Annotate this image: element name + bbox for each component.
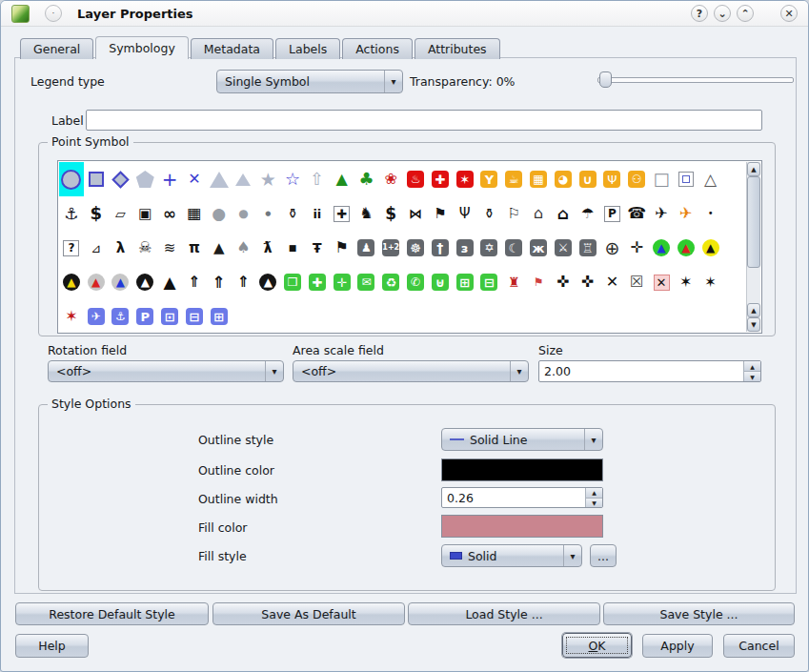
symbol-prayer[interactable]: ♟ bbox=[354, 231, 379, 265]
symbol-fire[interactable]: ♨ bbox=[403, 162, 428, 196]
symbol-equilateral-triangle[interactable] bbox=[232, 162, 256, 196]
symbol-north-arrow[interactable]: ▲ bbox=[157, 265, 182, 299]
symbol-parachute[interactable]: ☂ bbox=[576, 196, 600, 231]
symbol-arrow-black-circle-2[interactable]: ▲ bbox=[255, 265, 280, 299]
symbol-anchor[interactable]: ⚓ bbox=[59, 196, 84, 231]
symbol-pentagon[interactable] bbox=[132, 162, 157, 196]
symbol-skiing[interactable]: λ bbox=[109, 231, 133, 265]
symbol-basket[interactable]: ⊎ bbox=[428, 265, 453, 299]
symbol-compass[interactable]: ⊕ bbox=[600, 231, 625, 265]
spin-down-icon[interactable] bbox=[744, 371, 760, 381]
symbol-star-of-david[interactable]: ✡ bbox=[477, 231, 502, 265]
symbol-empty-square[interactable]: □ bbox=[649, 162, 674, 196]
area-scale-field-select[interactable]: <off> bbox=[293, 360, 529, 382]
symbol-flag-2[interactable]: ⚑ bbox=[330, 231, 354, 265]
symbol-deciduous-tree[interactable]: ♣ bbox=[354, 162, 379, 196]
symbol-islam-crescent[interactable]: ☾ bbox=[501, 231, 526, 265]
symbol-museum[interactable]: ♖ bbox=[576, 231, 600, 265]
titlebar[interactable]: · Layer Properties ? ⌄ ⌃ ✕ bbox=[1, 1, 808, 27]
symbol-golf-flag[interactable]: ⚑ bbox=[526, 265, 551, 299]
chevron-down-icon[interactable] bbox=[384, 71, 402, 92]
window-help-icon[interactable]: ? bbox=[691, 5, 708, 22]
symbol-x-box[interactable]: ☒ bbox=[624, 265, 649, 299]
transparency-slider[interactable] bbox=[597, 71, 794, 87]
symbol-point[interactable]: • bbox=[698, 196, 723, 231]
symbol-golf-course[interactable]: ⚐ bbox=[501, 196, 526, 231]
symbol-restaurant[interactable]: Ψ bbox=[600, 162, 625, 196]
symbol-jain[interactable]: ж bbox=[526, 231, 551, 265]
symbol-north-cross[interactable]: ✛ bbox=[624, 231, 649, 265]
cancel-button[interactable]: Cancel bbox=[723, 634, 795, 658]
slider-handle[interactable] bbox=[599, 71, 612, 88]
window-shade-icon[interactable]: ⌄ bbox=[714, 5, 731, 22]
ok-button[interactable]: OK bbox=[562, 633, 632, 658]
symbol-pub[interactable]: ∪ bbox=[576, 162, 600, 196]
symbol-arrow-up[interactable]: ⇧ bbox=[305, 162, 330, 196]
scroll-up-icon[interactable] bbox=[747, 162, 760, 176]
symbol-house-outline[interactable]: ⌂ bbox=[526, 196, 551, 231]
symbol-fuel[interactable]: ⚱ bbox=[280, 196, 305, 231]
symbol-swimming[interactable]: ≋ bbox=[157, 231, 182, 265]
tab-general[interactable]: General bbox=[20, 38, 93, 59]
rotation-field-select[interactable]: <off> bbox=[48, 360, 284, 382]
symbol-picnic[interactable]: π bbox=[182, 231, 207, 265]
symbol-north-arrow-2[interactable]: ⇑ bbox=[207, 265, 232, 299]
symbol-star[interactable]: ★ bbox=[255, 162, 280, 196]
symbol-plus-outline-green[interactable]: ✛ bbox=[330, 265, 354, 299]
chevron-down-icon[interactable] bbox=[584, 429, 602, 450]
fill-style-more-button[interactable]: ... bbox=[590, 544, 617, 567]
load-style-button[interactable]: Load Style ... bbox=[408, 602, 600, 625]
symbol-cross-x[interactable]: ✕ bbox=[182, 162, 207, 196]
symbol-north-arrow-n[interactable]: ⇑ bbox=[182, 265, 207, 299]
symbol-star-6-blue[interactable]: ✶ bbox=[698, 265, 723, 299]
symbol-om[interactable]: з bbox=[453, 231, 477, 265]
symbol-question-box[interactable]: ? bbox=[59, 231, 84, 265]
symbol-circle-medium[interactable]: ● bbox=[232, 196, 256, 231]
symbol-cross-dot[interactable]: ✜ bbox=[551, 265, 576, 299]
symbol-deer[interactable]: ♞ bbox=[354, 196, 379, 231]
symbol-bus[interactable]: ⊟ bbox=[182, 299, 207, 332]
symbol-conifer-tree[interactable]: ▲ bbox=[330, 162, 354, 196]
outline-style-select[interactable]: Solid Line bbox=[441, 428, 603, 451]
symbol-building[interactable]: ▦ bbox=[182, 196, 207, 231]
symbol-flag[interactable]: ⚑ bbox=[428, 196, 453, 231]
window-unshade-icon[interactable]: ⌃ bbox=[737, 5, 754, 22]
symbol-circle-large[interactable]: ● bbox=[207, 196, 232, 231]
window-close-icon[interactable]: ✕ bbox=[780, 5, 798, 22]
symbol-arrow-yellow-black[interactable]: ▲ bbox=[698, 231, 723, 265]
restore-default-style-button[interactable]: Restore Default Style bbox=[15, 602, 209, 625]
symbol-shopping-cart[interactable]: ⊞ bbox=[453, 265, 477, 299]
symbol-arrow-gray-red[interactable]: ▲ bbox=[84, 265, 109, 299]
symbol-cross[interactable]: + bbox=[157, 162, 182, 196]
symbol-house[interactable]: ⌂ bbox=[551, 196, 576, 231]
symbol-tree-gray[interactable]: ♠ bbox=[232, 231, 256, 265]
outline-color-swatch[interactable] bbox=[441, 458, 603, 481]
symbol-cross-dot-green[interactable]: ✜ bbox=[576, 265, 600, 299]
symbol-canoe[interactable]: ▱ bbox=[109, 196, 133, 231]
symbol-plus-green[interactable]: ✚ bbox=[305, 265, 330, 299]
symbol-telephone[interactable]: ☎ bbox=[624, 196, 649, 231]
label-input[interactable] bbox=[86, 110, 762, 131]
symbol-sikh-khanda[interactable]: ⚔ bbox=[551, 231, 576, 265]
symbol-first-aid[interactable]: ✚ bbox=[428, 162, 453, 196]
symbol-camera[interactable]: ▣ bbox=[132, 196, 157, 231]
symbol-car[interactable]: ∞ bbox=[157, 196, 182, 231]
symbol-star-6-red[interactable]: ✶ bbox=[59, 299, 84, 332]
symbol-harbor[interactable]: ⚓ bbox=[109, 299, 133, 332]
symbol-tag[interactable]: ❒ bbox=[280, 265, 305, 299]
symbol-airport-blue[interactable]: ✈ bbox=[84, 299, 109, 332]
symbol-arrow-green-blue[interactable]: ▲ bbox=[649, 231, 674, 265]
symbol-scrollbar[interactable] bbox=[746, 162, 760, 332]
legend-type-select[interactable]: Single Symbol bbox=[216, 70, 403, 93]
symbol-christian-cross[interactable]: † bbox=[428, 231, 453, 265]
symbol-taxi[interactable]: ⊡ bbox=[157, 299, 182, 332]
symbol-cafe[interactable]: ☕ bbox=[501, 162, 526, 196]
apply-button[interactable]: Apply bbox=[642, 634, 713, 658]
symbol-parking-box[interactable]: P bbox=[600, 196, 625, 231]
symbol-parking-blue[interactable]: P bbox=[132, 299, 157, 332]
symbol-x-red-box[interactable]: ✕ bbox=[649, 265, 674, 299]
symbol-teepee[interactable]: ▲ bbox=[207, 231, 232, 265]
symbol-bank-dollar[interactable]: $ bbox=[378, 196, 403, 231]
tab-metadata[interactable]: Metadata bbox=[191, 38, 273, 59]
scrollbar-thumb[interactable] bbox=[747, 176, 760, 268]
